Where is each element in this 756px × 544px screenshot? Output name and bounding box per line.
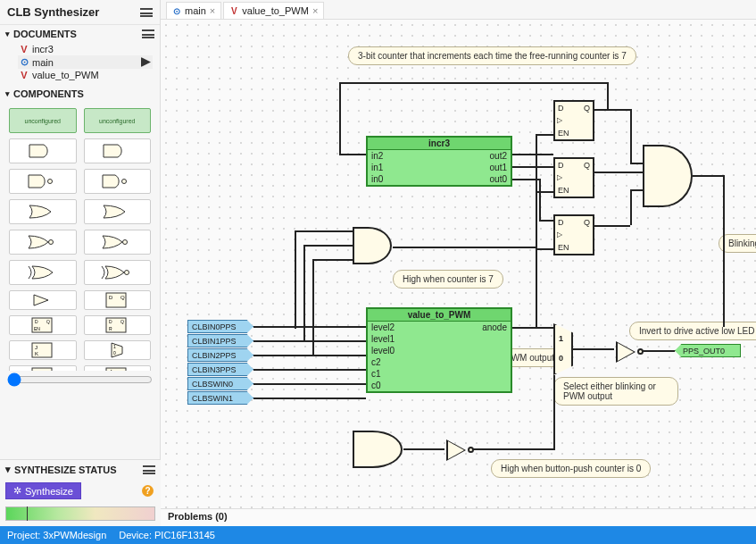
component-nand2[interactable] (9, 169, 77, 194)
menu-icon[interactable] (140, 8, 153, 17)
component-or2[interactable] (9, 199, 77, 224)
svg-point-1 (122, 180, 127, 184)
svg-text:J: J (35, 345, 37, 350)
palette-scroll[interactable] (0, 371, 160, 390)
svg-text:D: D (35, 319, 38, 324)
not-gate-led[interactable] (616, 341, 636, 363)
component-input-tag[interactable]: unconfigured (9, 108, 77, 133)
comment-high0[interactable]: High when button-push counter is 0 (491, 459, 651, 478)
project-label: Project: (7, 530, 40, 540)
svg-text:K: K (35, 351, 38, 356)
component-buffer[interactable] (9, 290, 77, 310)
or-gate[interactable] (353, 431, 403, 468)
component-jk[interactable]: JK (9, 340, 77, 360)
svg-text:EN: EN (34, 326, 40, 331)
output-pps-out0[interactable]: PPS_OUT0 (675, 344, 741, 357)
comment-sel[interactable]: Select either blinking or PWM output (553, 377, 678, 406)
input-clbin0pps[interactable]: CLBIN0PPS (187, 320, 253, 333)
tab-main[interactable]: ⊙ main × (166, 2, 221, 19)
verilog-icon: V (20, 70, 29, 80)
component-or3[interactable] (84, 199, 152, 224)
not-gate[interactable] (446, 439, 466, 461)
component-dff-sr[interactable]: DQR (84, 315, 152, 335)
synthesize-button[interactable]: ✲ Synthesize (5, 482, 81, 499)
chevron-down-icon: ▾ (5, 89, 10, 98)
mux-in0: 0 (559, 354, 563, 363)
comment-counter[interactable]: 3-bit counter that increments each time … (348, 46, 636, 65)
component-nor3[interactable] (84, 230, 152, 255)
schematic-canvas[interactable]: 3-bit counter that increments each time … (161, 20, 756, 508)
svg-text:D: D (109, 319, 112, 324)
input-clbin2pps[interactable]: CLBIN2PPS (187, 348, 253, 362)
clock-icon: ▷ (557, 173, 562, 181)
component-output-tag[interactable]: unconfigured (84, 108, 152, 133)
dff-q: Q (584, 161, 590, 170)
play-icon[interactable] (141, 57, 151, 67)
documents-header[interactable]: ▾ DOCUMENTS (0, 25, 160, 43)
tab-value-to-pwm[interactable]: V value_to_PWM × (223, 2, 324, 19)
component-xnor2[interactable] (84, 260, 152, 285)
and-gate-enable[interactable] (353, 227, 392, 264)
doc-item-value-to-pwm[interactable]: V value_to_PWM (18, 69, 153, 81)
component-lut4[interactable]: AB (84, 365, 152, 371)
flipflop-bit1[interactable]: D Q ▷ EN (553, 157, 594, 198)
app-title-bar: CLB Synthesizer (0, 0, 160, 25)
component-nor2[interactable] (9, 230, 77, 255)
chevron-down-icon: ▾ (5, 29, 10, 38)
components-label: COMPONENTS (13, 88, 84, 99)
component-nand3[interactable] (84, 169, 152, 194)
input-clbswin1[interactable]: CLBSWIN1 (187, 391, 253, 405)
palette-scrollbar[interactable] (7, 372, 153, 387)
synthesize-status-panel: ▾ SYNTHESIZE STATUS ✲ Synthesize ? (0, 459, 161, 526)
port-in0: in0 (371, 174, 383, 184)
doc-item-incr3[interactable]: V incr3 (18, 43, 153, 55)
dff-q: Q (584, 218, 590, 227)
doc-item-main[interactable]: ⊙ main (18, 55, 153, 69)
utilization-marker (27, 506, 28, 521)
mux-in1: 1 (559, 334, 563, 343)
close-icon[interactable]: × (210, 5, 215, 16)
block-value-to-pwm[interactable]: value_to_PWM level2anode level1 level0 c… (366, 307, 512, 393)
input-clbin1pps[interactable]: CLBIN1PPS (187, 334, 253, 347)
close-icon[interactable]: × (312, 5, 318, 16)
svg-point-4 (125, 271, 129, 275)
dff-d: D (558, 161, 564, 170)
device-name: PIC16F13145 (154, 530, 215, 540)
svg-point-0 (47, 180, 52, 184)
block-title: incr3 (368, 138, 511, 150)
svg-text:1: 1 (113, 344, 116, 349)
project-info: Project: 3xPWMdesign (7, 530, 106, 540)
dff-en: EN (558, 129, 569, 138)
problems-panel[interactable]: Problems (0) (161, 508, 756, 526)
and-gate-blink[interactable] (643, 145, 693, 207)
schematic-icon: ⊙ (172, 6, 181, 16)
device-label: Device: (119, 530, 152, 540)
input-clbin3pps[interactable]: CLBIN3PPS (187, 363, 253, 376)
verilog-icon: V (20, 44, 29, 54)
comment-high7[interactable]: High when counter is 7 (393, 270, 503, 289)
doc-label: value_to_PWM (32, 70, 99, 80)
mux-2to1[interactable]: 1 0 (553, 323, 573, 375)
dff-q: Q (584, 104, 590, 113)
component-lut[interactable]: LUT (9, 365, 77, 371)
tab-label: main (185, 5, 206, 16)
comment-invled[interactable]: Invert to drive active low LED (629, 322, 756, 340)
port-out2: out2 (490, 151, 507, 161)
component-mux[interactable]: 10 (84, 340, 152, 360)
component-dff[interactable]: DQ (84, 290, 152, 310)
port-c0: c0 (371, 381, 381, 390)
flipflop-bit0[interactable]: D Q ▷ EN (553, 214, 594, 255)
input-clbswin0[interactable]: CLBSWIN0 (187, 377, 253, 390)
components-header[interactable]: ▾ COMPONENTS (0, 85, 160, 103)
help-icon[interactable]: ? (142, 485, 154, 497)
component-xor2[interactable] (9, 260, 77, 285)
menu-icon[interactable] (143, 465, 155, 474)
device-info: Device: PIC16F13145 (119, 530, 215, 540)
menu-icon[interactable] (142, 29, 154, 38)
component-and3[interactable] (84, 138, 152, 163)
component-dff-en[interactable]: DQEN (9, 315, 77, 335)
component-and2[interactable] (9, 138, 77, 163)
gear-icon: ✲ (13, 485, 21, 497)
block-incr3[interactable]: incr3 in2out2 in1out1 in0out0 (366, 136, 512, 187)
flipflop-bit2[interactable]: D Q ▷ EN (553, 100, 594, 141)
